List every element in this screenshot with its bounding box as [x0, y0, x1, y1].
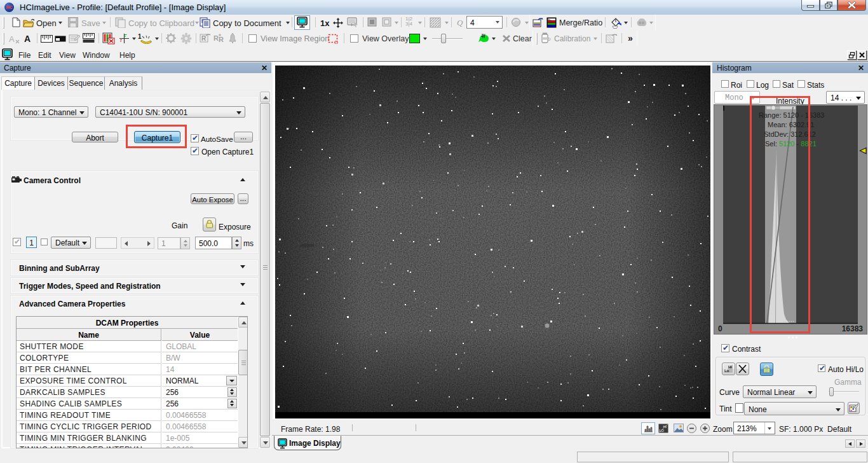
svg-text:LO: LO: [660, 429, 665, 432]
svg-text:1: 1: [138, 33, 142, 40]
svg-text:10: 10: [548, 37, 551, 41]
svg-text:Lo: Lo: [724, 369, 729, 373]
svg-text:R: R: [219, 36, 224, 43]
svg-text:16383: 16383: [842, 324, 864, 333]
svg-text:R: R: [201, 35, 207, 42]
svg-text:0: 0: [718, 324, 722, 333]
svg-text:R: R: [214, 34, 219, 42]
svg-text:A: A: [9, 34, 15, 44]
